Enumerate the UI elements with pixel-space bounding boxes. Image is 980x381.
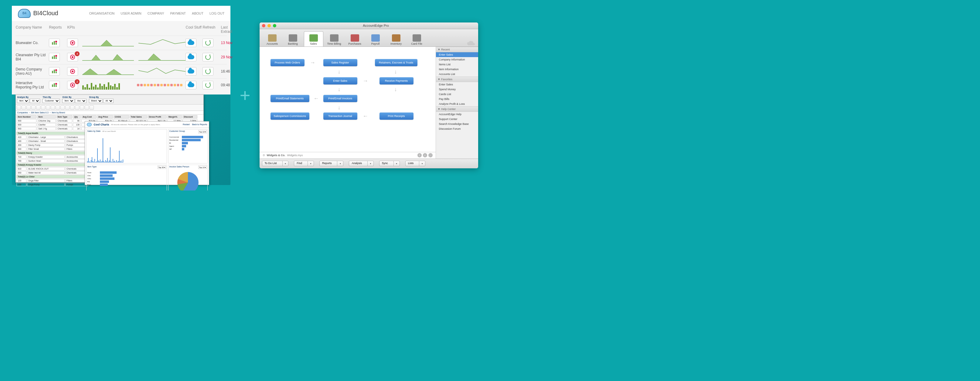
minimize-icon[interactable]	[267, 24, 271, 27]
kpi-icon[interactable]: 4	[67, 53, 78, 61]
side-item-cards-list[interactable]: Cards List	[436, 92, 478, 97]
side-item-discussion-forum[interactable]: Discussion Forum	[436, 126, 478, 131]
tool-email[interactable]	[51, 105, 55, 110]
tool-wizard[interactable]	[17, 105, 21, 110]
twitter-icon[interactable]: t	[423, 153, 427, 157]
tool-coolcharts[interactable]	[89, 105, 94, 110]
side-item-analyze-profit-&-loss[interactable]: Analyze Profit & Loss	[436, 102, 478, 106]
tab-purchases[interactable]: Purchases	[345, 31, 364, 46]
side-item-accountedge-help[interactable]: AccountEdge Help	[436, 112, 478, 117]
side-item-spend-money[interactable]: Spend Money	[436, 87, 478, 92]
nav-logout[interactable]: LOG OUT	[210, 11, 225, 15]
order-dir-select[interactable]: Asc	[75, 99, 86, 103]
nav-payment[interactable]: PAYMENT	[170, 11, 186, 15]
side-item-search-knowledge-base[interactable]: Search Knowledge Base	[436, 121, 478, 126]
bottom-analysis[interactable]: Analysis▼	[349, 161, 374, 166]
side-item-item-information[interactable]: Item Information	[436, 67, 478, 72]
tab-accounts[interactable]: Accounts	[262, 31, 282, 46]
tool-refresh[interactable]	[85, 105, 89, 110]
tab-payroll[interactable]: Payroll	[366, 31, 385, 46]
cc-back[interactable]: Back to Reports	[192, 123, 207, 126]
rss-icon[interactable]: ⋰	[428, 153, 433, 157]
tool-filters[interactable]	[80, 105, 84, 110]
kpi-icon[interactable]	[67, 38, 78, 47]
bottom-lists[interactable]: Lists▼	[405, 161, 425, 166]
tab-sales[interactable]: Sales	[304, 31, 323, 46]
reports-icon[interactable]	[49, 67, 60, 76]
group-by-all[interactable]: All	[103, 99, 113, 103]
item-type-chart[interactable]: Item Type Top 30 ▾ AcceCheChloFiltPum	[86, 165, 167, 191]
nav-company[interactable]: COMPANY	[148, 11, 164, 15]
nav-user-admin[interactable]: USER ADMIN	[121, 11, 141, 15]
cool-stuff-button[interactable]	[186, 53, 196, 61]
side-item-company-information[interactable]: Company Information	[436, 57, 478, 62]
gear-icon[interactable]: ⚙	[262, 154, 265, 157]
close-icon[interactable]	[262, 24, 265, 27]
sales-register-button[interactable]: Sales Register	[323, 59, 357, 66]
print-receipts-button[interactable]: Print Receipts	[380, 112, 414, 120]
process-web-orders-button[interactable]: Process Web Orders	[270, 59, 304, 66]
tool-csv[interactable]	[60, 105, 65, 110]
refresh-button[interactable]	[202, 81, 213, 89]
cool-stuff-button[interactable]	[186, 38, 196, 47]
side-item-items-list[interactable]: Items List	[436, 62, 478, 67]
retainers-button[interactable]: Retainers, Escrows & Trusts	[375, 59, 417, 66]
refresh-button[interactable]	[202, 38, 213, 47]
nav-about[interactable]: ABOUT	[192, 11, 204, 15]
tab-card-file[interactable]: Card File	[407, 31, 426, 46]
reports-icon[interactable]	[49, 53, 60, 61]
receive-payments-button[interactable]: Receive Payments	[380, 77, 414, 84]
top-select[interactable]: Top 10 ▾	[198, 166, 207, 169]
customer-group-chart[interactable]: Customer Group Top 10 ▾ CommercialReside…	[168, 129, 208, 163]
tab-banking[interactable]: Banking	[283, 31, 303, 46]
side-head-favorites[interactable]: ▼ Favorites	[436, 77, 478, 82]
transaction-journal-button[interactable]: Transaction Journal	[323, 112, 357, 120]
invoice-salesperson-chart[interactable]: Invoice Sales Person Top 10 ▾	[168, 165, 208, 191]
side-item-pay-bills[interactable]: Pay Bills	[436, 97, 478, 102]
bottom-find[interactable]: Find▼	[294, 161, 313, 166]
reports-icon[interactable]	[49, 38, 60, 47]
print-statements-button[interactable]: Print/Email Statements	[270, 95, 309, 102]
facebook-icon[interactable]: f	[417, 153, 422, 157]
cool-stuff-button[interactable]	[186, 67, 196, 76]
kpi-icon[interactable]: 2	[67, 81, 78, 89]
kpi-icon[interactable]	[67, 67, 78, 76]
tool-compare[interactable]	[65, 105, 70, 110]
cool-stuff-button[interactable]	[186, 81, 196, 89]
tool-save[interactable]	[36, 105, 40, 110]
nav-organisation[interactable]: ORGANISATION	[89, 11, 115, 15]
cc-restart[interactable]: Restart	[183, 123, 190, 126]
tool-export[interactable]	[56, 105, 60, 110]
then-by-select[interactable]: Customer	[43, 99, 60, 103]
tool-advanced[interactable]	[22, 105, 26, 110]
sales-by-date-chart[interactable]: Sales by Date All to Last Month	[86, 129, 167, 163]
tool-print[interactable]	[46, 105, 50, 110]
order-by-select[interactable]: Item	[62, 99, 75, 103]
group-by-select[interactable]: Brand	[89, 99, 103, 103]
salesperson-commissions-button[interactable]: Salesperson Commissions	[270, 112, 309, 120]
maximize-icon[interactable]	[273, 24, 276, 27]
print-invoices-button[interactable]: Print/Email Invoices	[323, 95, 357, 102]
refresh-button[interactable]	[202, 67, 213, 76]
tab-time-billing[interactable]: Time Billing	[325, 31, 344, 46]
side-item-enter-sales[interactable]: Enter Sales	[436, 82, 478, 87]
tool-cols[interactable]	[75, 105, 79, 110]
analyze-by-all[interactable]: All	[30, 99, 40, 103]
enter-sales-button[interactable]: Enter Sales	[323, 77, 357, 84]
side-head-help[interactable]: ▼ Help Center	[436, 106, 478, 112]
side-head-recent[interactable]: ▼ Recent	[436, 47, 478, 52]
side-item-accounts-list[interactable]: Accounts List	[436, 72, 478, 77]
top-select[interactable]: Top 30 ▾	[158, 166, 166, 169]
bottom-reports[interactable]: Reports▼	[320, 161, 344, 166]
tool-favorites[interactable]	[26, 105, 31, 110]
top-select[interactable]: Top 10 ▾	[198, 130, 207, 133]
bottom-to-do-list[interactable]: To Do List▼	[262, 161, 289, 166]
side-item-enter-sales[interactable]: Enter Sales	[436, 52, 478, 57]
tool-update[interactable]	[41, 105, 45, 110]
analyze-by-select[interactable]: Item	[17, 99, 29, 103]
cloud-icon[interactable]	[467, 40, 475, 46]
bottom-sync[interactable]: Sync▼	[379, 161, 400, 166]
side-item-support-center[interactable]: Support Center	[436, 117, 478, 121]
tool-dashboards[interactable]	[31, 105, 35, 110]
refresh-button[interactable]	[202, 53, 213, 61]
